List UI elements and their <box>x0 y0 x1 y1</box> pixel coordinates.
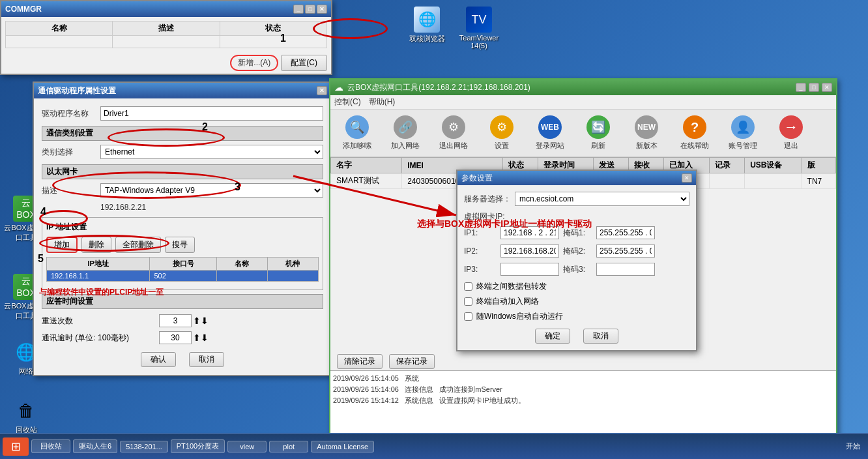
taskbar-item-app2[interactable]: PT100分度表 <box>171 439 225 453</box>
params-confirm-button[interactable]: 确定 <box>535 329 570 344</box>
cb1-checkbox[interactable] <box>464 282 472 291</box>
timeout-label: 通讯逾时 (单位: 100毫秒) <box>42 333 159 344</box>
col-status: 状态 <box>220 22 326 36</box>
commgr-close[interactable]: ✕ <box>317 5 327 14</box>
ip1-label: IP1: <box>464 228 497 237</box>
commgr-table: 名称 描述 状态 <box>5 21 327 48</box>
browser-desktop-icon[interactable]: 🌐 双核浏览器 <box>404 7 450 44</box>
taskbar: ⊞ 回收站 驱动人生6 5138-201... PT100分度表 view pl… <box>0 433 868 459</box>
driver-window: 通信驱动程序属性设置 ✕ 驱动程序名称 通信类别设置 类别选择 Ethernet… <box>33 81 332 376</box>
delete-ip-button[interactable]: 删除 <box>81 237 111 253</box>
clear-record-button[interactable]: 清除记录 <box>337 354 383 369</box>
mask3-input[interactable] <box>596 263 655 276</box>
cb2-checkbox[interactable] <box>464 297 472 306</box>
toolbar-help[interactable]: ? 在线帮助 <box>672 113 717 153</box>
ethernet-desc-select[interactable]: TAP-Windows Adapter V9 <box>100 183 323 198</box>
driver-name-input[interactable] <box>100 106 323 121</box>
driver-confirm-cancel: 确认 取消 <box>42 352 323 367</box>
yunbox-minimize[interactable]: _ <box>796 83 806 92</box>
config-button[interactable]: 配置(C) <box>281 55 327 71</box>
commgr-maximize[interactable]: □ <box>305 5 315 14</box>
params-titlebar: 参数设置 ✕ <box>457 171 696 185</box>
driver-confirm-button[interactable]: 确认 <box>141 352 176 367</box>
ip-col-name: 名称 <box>216 258 267 271</box>
params-close[interactable]: ✕ <box>682 173 692 183</box>
commgr-window: COMMGR _ □ ✕ 名称 描述 状态 新增...(A) 配置(C) <box>0 0 332 75</box>
timeout-input[interactable] <box>159 331 192 344</box>
ip-col-type: 机种 <box>267 258 318 271</box>
virtual-nic-label: 虚拟网卡IP: <box>464 211 689 222</box>
taskbar-item-app1[interactable]: 5138-201... <box>120 441 168 452</box>
taskbar-item-driver[interactable]: 驱动人生6 <box>73 439 117 453</box>
log-row-1: 2019/09/26 15:14:05 系统 <box>333 374 833 383</box>
taskbar-item-view[interactable]: view <box>227 441 267 452</box>
params-title: 参数设置 <box>461 173 493 184</box>
yunbox-titlebar: ☁ 云BOX虚拟网口工具(192.168.2.21;192.168.168.20… <box>330 80 836 95</box>
time-setting-header: 应答时间设置 <box>42 294 323 309</box>
ip-col-ip: IP地址 <box>47 258 150 271</box>
ip1-input[interactable] <box>500 226 559 239</box>
taskbar-item-license[interactable]: Automa License <box>311 441 374 452</box>
taskbar-item-recycle[interactable]: 回收站 <box>31 439 70 453</box>
toolbar-refresh[interactable]: 🔄 刷新 <box>575 113 621 153</box>
cb3-row: 随Windows启动自动运行 <box>464 311 689 322</box>
log-row-3: 2019/09/26 15:14:12 系统信息 设置虚拟网卡IP地址成功。 <box>333 396 833 406</box>
toolbar-account[interactable]: 👤 账号管理 <box>720 113 766 153</box>
ethernet-desc-label: 描述 <box>42 185 100 196</box>
ip3-input[interactable] <box>500 263 559 276</box>
recycle-desktop-icon[interactable]: 🗑 回收站 <box>3 398 49 435</box>
retry-label: 重送次数 <box>42 316 159 327</box>
server-select[interactable]: mcn.ecsiot.com <box>515 192 689 206</box>
ip2-input[interactable] <box>500 244 559 258</box>
desktop: 🌐 双核浏览器 TV TeamViewer 14(5) 云BOX 云BOX虚拟网… <box>0 0 868 459</box>
start-button[interactable]: ⊞ <box>3 437 29 456</box>
comm-type-header: 通信类别设置 <box>42 126 323 141</box>
class-select[interactable]: Ethernet <box>100 145 323 159</box>
params-content: 服务器选择： mcn.ecsiot.com 虚拟网卡IP: IP1: 掩码1: … <box>457 185 696 350</box>
driver-titlebar: 通信驱动程序属性设置 ✕ <box>34 83 331 98</box>
params-dialog: 参数设置 ✕ 服务器选择： mcn.ecsiot.com 虚拟网卡IP: IP1… <box>456 170 697 351</box>
toolbar-leave[interactable]: ⚙ 退出网络 <box>431 113 476 153</box>
cb3-checkbox[interactable] <box>464 312 472 321</box>
menu-help[interactable]: 帮助(H) <box>369 96 396 108</box>
cb3-label: 随Windows启动自动运行 <box>476 311 563 322</box>
teamviewer-desktop-icon[interactable]: TV TeamViewer 14(5) <box>456 7 502 50</box>
toolbar-website[interactable]: WEB 登录网站 <box>527 113 573 153</box>
toolbar-settings[interactable]: ⚙ 设置 <box>479 113 525 153</box>
delete-all-button[interactable]: 全部删除 <box>115 237 161 253</box>
mask3-label: 掩码3: <box>563 264 592 275</box>
mask1-input[interactable] <box>596 226 655 239</box>
toolbar-newver[interactable]: NEW 新版本 <box>624 113 669 153</box>
time-settings: 重送次数 ⬆⬇ 通讯逾时 (单位: 100毫秒) ⬆⬇ <box>42 314 323 344</box>
ip-table-row[interactable]: 192.168.1.1 502 <box>47 271 319 282</box>
yunbox-maximize[interactable]: □ <box>809 83 819 92</box>
yunbox-menubar: 控制(C) 帮助(H) <box>330 95 836 110</box>
search-button[interactable]: 搜寻 <box>165 237 195 253</box>
params-buttons: 确定 取消 <box>464 329 689 344</box>
toolbar-exit[interactable]: → 退出 <box>768 113 814 153</box>
toolbar-add[interactable]: 🔍 添加哆嗦 <box>334 113 380 153</box>
th-usb: USB设备 <box>745 158 802 173</box>
commgr-minimize[interactable]: _ <box>293 5 304 14</box>
ip-section-title: IP 地址设置 <box>46 222 319 233</box>
params-cancel-button[interactable]: 取消 <box>583 329 618 344</box>
cb1-row: 终端之间数据包转发 <box>464 281 689 292</box>
col-name: 名称 <box>6 22 113 36</box>
yunbox-log: 2019/09/26 15:14:05 系统 2019/09/26 15:14:… <box>330 370 836 442</box>
cb2-row: 终端自动加入网络 <box>464 296 689 307</box>
driver-close[interactable]: ✕ <box>317 86 327 95</box>
save-record-button[interactable]: 保存记录 <box>389 354 435 369</box>
menu-control[interactable]: 控制(C) <box>334 96 361 108</box>
cb1-label: 终端之间数据包转发 <box>476 281 547 292</box>
retry-input[interactable] <box>159 314 192 327</box>
ip2-label: IP2: <box>464 246 497 256</box>
toolbar-join[interactable]: 🔗 加入网络 <box>383 113 428 153</box>
yunbox-close[interactable]: ✕ <box>822 83 832 92</box>
server-label: 服务器选择： <box>464 194 511 205</box>
ip-section: IP 地址设置 增加 删除 全部删除 搜寻 IP地址 接口号 名称 机种 192 <box>42 217 323 290</box>
add-ip-button[interactable]: 增加 <box>46 237 78 253</box>
new-button[interactable]: 新增...(A) <box>230 55 278 71</box>
taskbar-item-plot[interactable]: plot <box>269 441 308 452</box>
mask2-input[interactable] <box>596 244 655 258</box>
driver-cancel-button[interactable]: 取消 <box>189 352 224 367</box>
